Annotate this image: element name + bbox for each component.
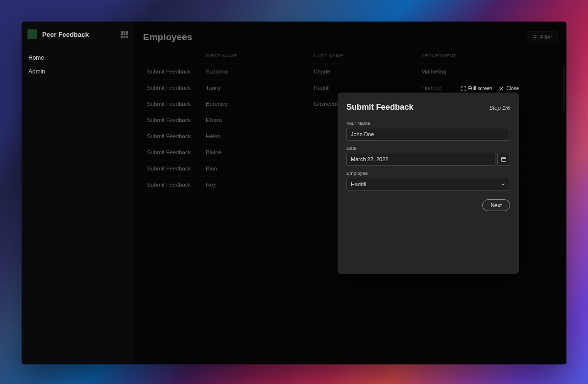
modal-fullscreen-button[interactable]: Full screen [461, 86, 492, 91]
name-label: Your Name [346, 120, 510, 126]
modal-fullscreen-label: Full screen [468, 86, 492, 91]
calendar-icon [501, 156, 507, 162]
app-window: Peer Feedback Home Admin Employees Filte… [22, 22, 566, 364]
next-button-label: Next [490, 202, 502, 208]
apps-grid-icon[interactable] [121, 31, 128, 38]
modal-title: Submit Feedback [346, 102, 414, 112]
fullscreen-icon [461, 86, 466, 91]
nav-list: Home Admin [22, 48, 134, 78]
date-input[interactable] [346, 153, 495, 166]
employee-select-value: Hadrill [351, 181, 366, 187]
brand-name: Peer Feedback [42, 31, 89, 38]
sidebar-item-home[interactable]: Home [22, 51, 134, 65]
sidebar: Peer Feedback Home Admin [22, 22, 134, 364]
next-button[interactable]: Next [482, 199, 510, 211]
submit-feedback-modal: Submit Feedback Step 1/6 Your Name Date [338, 93, 519, 274]
modal-chrome: Full screen Close Submit Feedback Step 1… [338, 93, 519, 274]
sidebar-item-admin[interactable]: Admin [22, 65, 134, 78]
modal-step: Step 1/6 [489, 105, 510, 111]
employee-select[interactable]: Hadrill [346, 178, 510, 191]
date-picker-button[interactable] [497, 153, 510, 166]
your-name-input[interactable] [346, 128, 510, 141]
close-icon [499, 86, 504, 91]
brand-logo [27, 29, 37, 39]
date-label: Date [346, 145, 510, 151]
modal-close-button[interactable]: Close [499, 86, 519, 91]
main: Employees Filter First Name Last Name De… [134, 22, 566, 364]
employee-label: Employee [346, 170, 510, 176]
brand: Peer Feedback [22, 26, 134, 48]
chevron-down-icon [501, 182, 506, 187]
svg-rect-0 [502, 157, 506, 161]
modal-close-label: Close [506, 86, 519, 91]
